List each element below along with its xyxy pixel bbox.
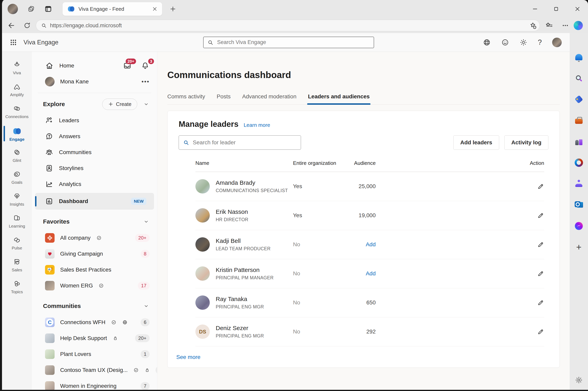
verified-badge-icon <box>96 235 102 241</box>
browser-tab[interactable]: Viva Engage - Feed <box>63 2 162 16</box>
table-row: DS Deniz Sezer PRINCIPAL ENG MGR No 292 <box>195 317 544 346</box>
browser-profile-avatar[interactable] <box>7 4 18 14</box>
learn-more-link[interactable]: Learn more <box>243 122 270 128</box>
favorites-icon[interactable] <box>545 21 553 30</box>
settings-gear-icon[interactable] <box>519 38 527 46</box>
unread-badge: 1 <box>141 350 150 358</box>
add-audience-link[interactable]: Add <box>339 241 376 248</box>
create-button[interactable]: Create <box>102 98 137 110</box>
rail-item-sales[interactable]: Sales <box>2 254 32 276</box>
community-item-plant-lovers[interactable]: Plant Lovers 1 <box>32 346 157 362</box>
rail-item-learning[interactable]: Learning <box>2 211 32 232</box>
viva-engage-favicon <box>68 5 75 12</box>
app-search-box[interactable] <box>203 37 374 48</box>
table-row: Kristin Patterson PRINCIPAL PM MANAGER N… <box>195 259 544 288</box>
tab-layout-icon[interactable] <box>44 5 52 13</box>
tab-posts[interactable]: Posts <box>217 93 231 104</box>
shopping-tag-icon[interactable] <box>575 95 583 103</box>
more-menu-icon[interactable] <box>561 21 569 29</box>
bookmark-add-icon[interactable] <box>528 21 537 30</box>
profile-avatar[interactable] <box>552 38 562 47</box>
see-more-link[interactable]: See more <box>176 354 200 360</box>
edit-pencil-icon[interactable] <box>528 183 544 190</box>
sidebar-item-analytics[interactable]: Analytics <box>32 176 157 192</box>
rail-item-engage[interactable]: Engage <box>2 123 32 144</box>
edit-pencil-icon[interactable] <box>528 241 544 248</box>
microsoft365-icon[interactable] <box>575 159 583 167</box>
women-in-engineering-avatar <box>45 381 55 390</box>
community-item-contoso-team-ux[interactable]: Contoso Team UX (Desig... 20+ <box>32 362 157 378</box>
sidebar-item-dashboard[interactable]: Dashboard NEW <box>35 193 154 210</box>
rail-item-viva[interactable]: Viva <box>2 57 32 79</box>
favorite-item-women-erg[interactable]: Women ERG 17 <box>32 278 157 294</box>
community-item-women-in-engineering[interactable]: Women in Engineering 7 <box>32 378 157 390</box>
leader-search-box[interactable] <box>179 135 301 150</box>
window-close-icon[interactable] <box>574 5 581 12</box>
back-icon[interactable] <box>7 21 15 30</box>
sidebar-item-home[interactable]: Home 20+ 3 <box>32 58 157 74</box>
activity-log-button[interactable]: Activity log <box>504 135 548 150</box>
avatar <box>195 208 210 223</box>
sidebar-item-storyline-user[interactable]: Mona Kane ••• <box>32 74 157 90</box>
sales-best-practices-icon <box>45 265 55 275</box>
sidebar-item-communities[interactable]: Communities <box>32 144 157 160</box>
add-audience-link[interactable]: Add <box>339 270 376 277</box>
edit-pencil-icon[interactable] <box>528 212 544 219</box>
search-icon[interactable] <box>575 74 583 83</box>
workspaces-icon[interactable] <box>27 5 35 13</box>
copilot-icon[interactable] <box>574 21 583 30</box>
notifications-bell-icon[interactable] <box>575 53 583 61</box>
contoso-team-ux-avatar <box>45 365 55 375</box>
sidebar-item-leaders[interactable]: Leaders <box>32 112 157 128</box>
messenger-icon[interactable] <box>575 222 583 230</box>
edit-pencil-icon[interactable] <box>528 328 544 335</box>
window-minimize-icon[interactable] <box>532 6 538 12</box>
chevron-down-icon[interactable] <box>143 101 149 107</box>
waffle-menu-icon[interactable] <box>9 38 17 47</box>
rail-item-insights[interactable]: Insights <box>2 189 32 210</box>
favorite-item-all-company[interactable]: All company 20+ <box>32 230 157 246</box>
rail-item-topics[interactable]: Topics <box>2 276 32 297</box>
wellness-icon[interactable] <box>575 180 583 188</box>
refresh-icon[interactable] <box>23 21 31 29</box>
globe-icon[interactable] <box>483 38 491 46</box>
edit-pencil-icon[interactable] <box>528 270 544 277</box>
rail-item-connections[interactable]: Connections <box>2 101 32 122</box>
outlook-icon[interactable] <box>575 201 583 209</box>
rail-item-pulse[interactable]: Pulse <box>2 232 32 254</box>
inbox-icon[interactable]: 20+ <box>123 61 132 70</box>
unread-badge: 6 <box>141 318 150 326</box>
chevron-down-icon[interactable] <box>143 303 149 309</box>
edit-pencil-icon[interactable] <box>528 299 544 306</box>
search-icon <box>207 39 214 46</box>
sidebar-item-storylines[interactable]: Storylines <box>32 160 157 176</box>
toolbox-icon[interactable] <box>575 116 583 125</box>
settings-gear-icon[interactable] <box>575 376 583 384</box>
tab-close-icon[interactable] <box>152 6 158 12</box>
window-maximize-icon[interactable] <box>553 6 559 12</box>
add-icon[interactable]: + <box>575 243 583 251</box>
chevron-down-icon[interactable] <box>143 219 149 225</box>
more-options-icon[interactable]: ••• <box>141 78 150 85</box>
add-leaders-button[interactable]: Add leaders <box>453 135 499 150</box>
app-search-input[interactable] <box>217 39 370 46</box>
favorite-item-giving-campaign[interactable]: Giving Campaign 8 <box>32 246 157 262</box>
rail-item-goals[interactable]: Goals <box>2 167 32 188</box>
emoji-icon[interactable] <box>501 38 509 46</box>
rail-item-glint[interactable]: Glint <box>2 145 32 166</box>
favorite-item-sales-best-practices[interactable]: Sales Best Practices <box>32 262 157 278</box>
address-bar[interactable]: https://engage.cloud.microsoft <box>36 20 540 31</box>
tab-leaders-and-audiences[interactable]: Leaders and audiences <box>308 93 370 104</box>
public-globe-icon <box>122 319 128 325</box>
tab-comms-activity[interactable]: Comms activity <box>167 93 205 104</box>
community-item-connections-wfh[interactable]: C Connections WFH 6 <box>32 314 157 330</box>
tab-advanced-moderation[interactable]: Advanced moderation <box>242 93 296 104</box>
notifications-bell-icon[interactable]: 3 <box>141 61 150 70</box>
rail-item-amplify[interactable]: Amplify <box>2 79 32 100</box>
help-icon[interactable]: ? <box>538 38 542 47</box>
leader-search-input[interactable] <box>192 139 297 146</box>
sidebar-item-answers[interactable]: Answers <box>32 128 157 144</box>
games-icon[interactable] <box>575 137 583 146</box>
community-item-help-desk-support[interactable]: Help Desk Support 20+ <box>32 330 157 346</box>
new-tab-icon[interactable] <box>169 5 176 12</box>
